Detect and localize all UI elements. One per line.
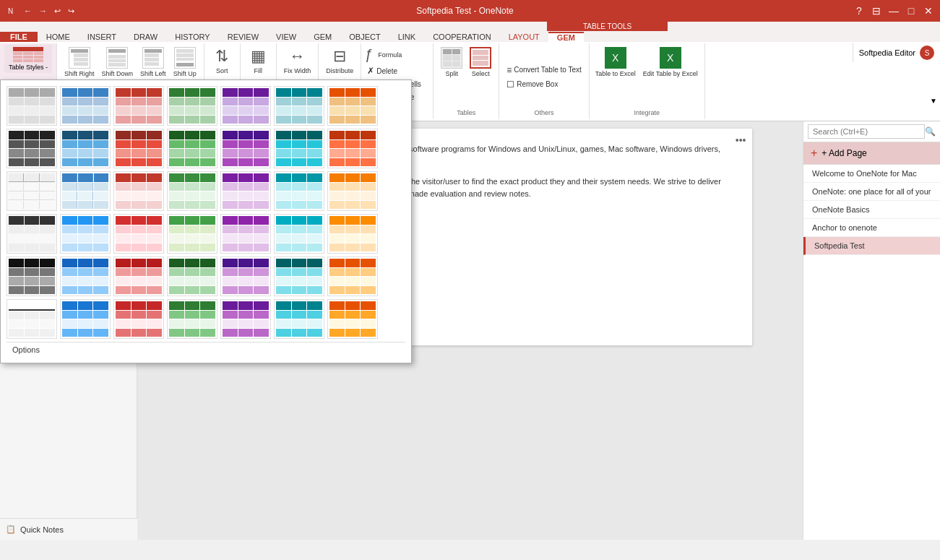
delete-button[interactable]: ✗ Delete <box>364 64 400 77</box>
table-style-orange-5[interactable] <box>327 257 378 296</box>
table-style-teal-4[interactable] <box>274 214 324 254</box>
tab-layout[interactable]: LAYOUT <box>500 32 548 42</box>
split-button[interactable]: Split <box>438 45 465 80</box>
table-style-green-6[interactable] <box>167 299 217 339</box>
formula-label: Formula <box>378 51 402 59</box>
table-style-red-2[interactable] <box>113 129 164 168</box>
table-style-teal-6[interactable] <box>274 299 324 339</box>
table-style-orange-6[interactable] <box>327 299 378 339</box>
table-style-teal-1[interactable] <box>274 86 324 126</box>
distribute-button[interactable]: ⊟ Distribute <box>323 45 356 77</box>
table-style-green-3[interactable] <box>167 171 217 211</box>
help-button[interactable]: ? <box>853 5 865 17</box>
tab-gem2[interactable]: GEM <box>548 32 584 42</box>
tab-gem1[interactable]: GEM <box>305 32 340 42</box>
edit-table-by-excel-button[interactable]: X Edit Table by Excel <box>640 45 701 80</box>
shift-down-button[interactable]: Shift Down <box>99 45 137 80</box>
select-icon <box>470 47 491 69</box>
table-style-teal-3[interactable] <box>274 171 324 211</box>
more-options-button[interactable]: ••• <box>736 134 746 146</box>
table-style-red-1[interactable] <box>113 86 164 126</box>
undo-button[interactable]: ↩ <box>52 6 63 17</box>
fill-button[interactable]: ▦ Fill <box>245 45 271 77</box>
shift-up-button[interactable]: Shift Up <box>171 45 199 80</box>
table-style-green-1[interactable] <box>167 86 217 126</box>
page-item-welcome-mac[interactable]: Welcome to OneNote for Mac <box>803 165 940 183</box>
select-button[interactable]: Select <box>467 45 494 80</box>
tab-history[interactable]: HISTORY <box>166 32 219 42</box>
page-item-one-place[interactable]: OneNote: one place for all of your <box>803 183 940 201</box>
table-style-green-4[interactable] <box>167 214 217 254</box>
table-style-purple-5[interactable] <box>220 257 271 296</box>
table-style-bold-1[interactable] <box>7 257 57 296</box>
table-style-blue-6[interactable] <box>60 299 111 339</box>
search-button[interactable]: 🔍 <box>925 126 936 137</box>
forward-button[interactable]: → <box>37 6 49 16</box>
table-style-purple-1[interactable] <box>220 86 271 126</box>
table-style-purple-3[interactable] <box>220 171 271 211</box>
page-item-basics[interactable]: OneNote Basics <box>803 201 940 219</box>
maximize-button[interactable]: □ <box>905 5 917 17</box>
table-style-purple-4[interactable] <box>220 214 271 254</box>
ribbon-scroll-down[interactable]: ▼ <box>928 95 939 106</box>
table-style-plain[interactable] <box>7 86 57 126</box>
table-style-teal-2[interactable] <box>274 129 324 168</box>
table-style-purple-6[interactable] <box>220 299 271 339</box>
table-style-red-6[interactable] <box>113 299 164 339</box>
tab-file[interactable]: FILE <box>0 32 38 42</box>
minimize-button[interactable]: — <box>888 5 900 17</box>
shift-left-button[interactable]: Shift Left <box>137 45 169 80</box>
split-icon <box>441 47 462 69</box>
table-to-excel-button[interactable]: X Table to Excel <box>592 45 639 80</box>
table-style-orange-4[interactable] <box>327 214 378 254</box>
tab-view[interactable]: VIEW <box>267 32 305 42</box>
search-input[interactable] <box>808 124 925 139</box>
table-style-plain-2[interactable] <box>7 171 57 211</box>
settings-button[interactable]: ⊟ <box>871 5 882 17</box>
tab-object[interactable]: OBJECT <box>340 32 389 42</box>
table-style-green-2[interactable] <box>167 129 217 168</box>
table-styles-button[interactable]: Table Styles - <box>4 45 52 73</box>
tab-insert[interactable]: INSERT <box>79 32 125 42</box>
tab-cooperation[interactable]: COOPERATION <box>424 32 499 42</box>
options-bar[interactable]: Options <box>7 342 405 357</box>
table-style-minimal-1[interactable] <box>7 299 57 339</box>
redo-button[interactable]: ↪ <box>66 6 77 17</box>
right-sidebar: 🔍 + + Add Page Welcome to OneNote for Ma… <box>803 121 940 540</box>
tab-draw[interactable]: DRAW <box>125 32 166 42</box>
page-item-anchor[interactable]: Anchor to onenote <box>803 219 940 237</box>
table-to-excel-label: Table to Excel <box>595 70 636 78</box>
table-style-red-3[interactable] <box>113 171 164 211</box>
table-style-blue-5[interactable] <box>60 257 111 296</box>
quick-notes-bar[interactable]: 📋 Quick Notes <box>0 518 137 540</box>
close-button[interactable]: ✕ <box>923 5 934 17</box>
table-style-dark-1[interactable] <box>7 129 57 168</box>
table-style-blue-3[interactable] <box>60 171 111 211</box>
table-style-orange-3[interactable] <box>327 171 378 211</box>
tab-link[interactable]: LINK <box>389 32 424 42</box>
table-style-red-5[interactable] <box>113 257 164 296</box>
remove-box-icon: ☐ <box>506 79 514 90</box>
page-item-softpedia-test[interactable]: Softpedia Test <box>803 237 940 255</box>
table-style-teal-5[interactable] <box>274 257 324 296</box>
table-style-purple-2[interactable] <box>220 129 271 168</box>
add-page-button[interactable]: + + Add Page <box>803 142 940 165</box>
tab-home[interactable]: HOME <box>38 32 79 42</box>
tab-review[interactable]: REVIEW <box>219 32 267 42</box>
table-style-orange-2[interactable] <box>327 129 378 168</box>
table-style-blue-1[interactable] <box>60 86 111 126</box>
table-style-striped-1[interactable] <box>7 214 57 254</box>
svg-text:N: N <box>8 7 13 15</box>
remove-box-button[interactable]: ☐ Remove Box <box>504 78 585 91</box>
back-button[interactable]: ← <box>22 6 34 16</box>
table-style-blue-4[interactable] <box>60 214 111 254</box>
fix-width-button[interactable]: ↔ Fix Width <box>281 45 314 77</box>
formula-button[interactable]: Formula <box>375 49 405 61</box>
table-style-green-5[interactable] <box>167 257 217 296</box>
sort-button[interactable]: ⇅ Sort <box>209 45 235 77</box>
table-style-orange-1[interactable] <box>327 86 378 126</box>
shift-right-button[interactable]: Shift Right <box>61 45 98 80</box>
table-style-blue-2[interactable] <box>60 129 111 168</box>
table-style-red-4[interactable] <box>113 214 164 254</box>
convert-table-to-text-button[interactable]: ≡ Convert Table to Text <box>504 64 585 77</box>
